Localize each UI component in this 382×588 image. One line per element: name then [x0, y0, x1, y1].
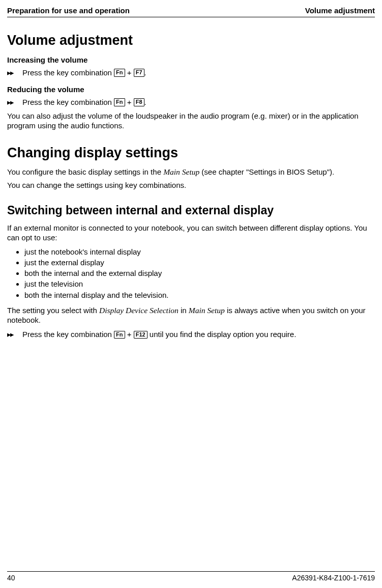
- keycap-fn: Fn: [114, 98, 125, 106]
- text: until you find the display option you re…: [148, 330, 297, 339]
- emphasis-display-device-selection: Display Device Selection: [99, 306, 179, 315]
- switch-step-text: Press the key combination Fn + F12 until…: [22, 329, 296, 340]
- doc-id: A26391-K84-Z100-1-7619: [292, 574, 375, 582]
- header-left: Preparation for use and operation: [7, 6, 130, 15]
- list-item: both the internal and the external displ…: [24, 268, 375, 278]
- text: The setting you select with: [7, 306, 99, 315]
- switch-step: ▸▸ Press the key combination Fn + F12 un…: [7, 329, 375, 340]
- reduce-heading: Reducing the volume: [7, 85, 375, 94]
- switch-bullets: just the notebook's internal display jus…: [7, 247, 375, 300]
- display-para2: You can change the settings using key co…: [7, 181, 375, 190]
- step-marker-icon: ▸▸: [7, 329, 18, 340]
- keycap-fn: Fn: [114, 331, 125, 339]
- increase-step: ▸▸ Press the key combination Fn + F7.: [7, 67, 375, 78]
- text: .: [144, 98, 146, 106]
- list-item: both the internal display and the televi…: [24, 290, 375, 300]
- switch-heading: Switching between internal and external …: [7, 204, 375, 217]
- page-title: Volume adjustment: [7, 33, 375, 48]
- text: (see chapter "Settings in BIOS Setup").: [199, 167, 334, 176]
- list-item: just the television: [24, 279, 375, 289]
- switch-intro: If an external monitor is connected to y…: [7, 223, 375, 243]
- text: You configure the basic display settings…: [7, 167, 163, 176]
- increase-step-text: Press the key combination Fn + F7.: [22, 67, 146, 78]
- header-right: Volume adjustment: [305, 6, 375, 15]
- keycap-f7: F7: [134, 69, 144, 76]
- volume-paragraph: You can also adjust the volume of the lo…: [7, 111, 375, 131]
- increase-heading: Increasing the volume: [7, 55, 375, 64]
- keycap-fn: Fn: [114, 69, 125, 76]
- reduce-step-text: Press the key combination Fn + F8.: [22, 97, 146, 107]
- step-marker-icon: ▸▸: [7, 67, 18, 78]
- page-footer: 40 A26391-K84-Z100-1-7619: [7, 571, 375, 582]
- text: Press the key combination: [22, 98, 114, 106]
- reduce-step: ▸▸ Press the key combination Fn + F8.: [7, 97, 375, 107]
- step-marker-icon: ▸▸: [7, 97, 18, 107]
- list-item: just the external display: [24, 258, 375, 268]
- keycap-f12: F12: [134, 331, 148, 339]
- page: Preparation for use and operation Volume…: [0, 0, 382, 588]
- emphasis-main-setup: Main Setup: [189, 306, 225, 315]
- running-header: Preparation for use and operation Volume…: [7, 6, 375, 17]
- display-heading: Changing display settings: [7, 145, 375, 161]
- keycap-f8: F8: [134, 98, 144, 106]
- text: +: [125, 98, 134, 106]
- text: +: [125, 68, 134, 77]
- text: Press the key combination: [22, 68, 114, 77]
- list-item: just the notebook's internal display: [24, 247, 375, 257]
- text: Press the key combination: [22, 330, 114, 339]
- text: +: [125, 330, 134, 339]
- display-para1: You configure the basic display settings…: [7, 167, 375, 177]
- page-number: 40: [7, 574, 15, 582]
- switch-note: The setting you select with Display Devi…: [7, 305, 375, 325]
- text: in: [179, 306, 189, 315]
- text: .: [144, 68, 146, 77]
- emphasis-main-setup: Main Setup: [163, 167, 199, 176]
